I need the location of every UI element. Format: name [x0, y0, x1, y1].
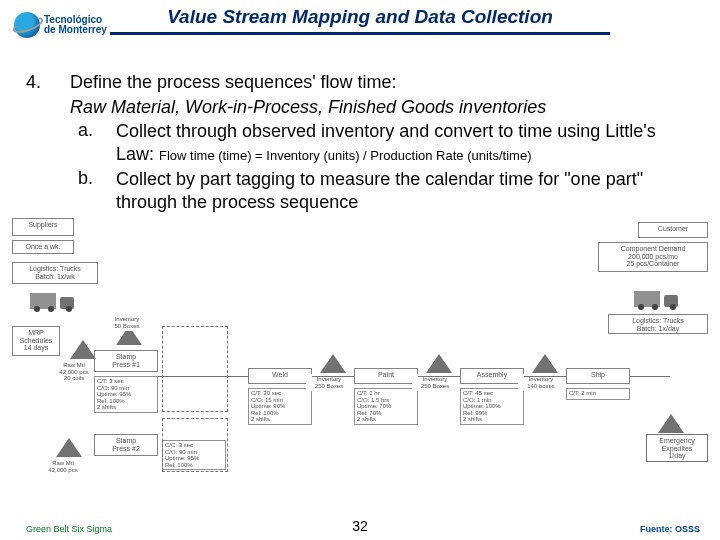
outbound-truck-icon: [634, 288, 678, 310]
paint-box: Paint: [354, 368, 418, 384]
supplier-ship-box: Once a wk.: [12, 240, 74, 254]
weld-box: Weld: [248, 368, 312, 384]
suppliers-box: Suppliers: [12, 218, 74, 236]
page-number: 32: [0, 518, 720, 534]
ship-data: C/T: 2 min: [566, 388, 630, 400]
vsm-diagram: Suppliers Once a wk. Logistics: Trucks B…: [12, 218, 708, 488]
arrow-icon: [418, 376, 460, 377]
item-a-label: a.: [78, 120, 100, 166]
title-underline: [110, 32, 610, 35]
logistics-in-box: Logistics: Trucks Batch: 1x/wk: [12, 262, 98, 284]
list-subtitle: Raw Material, Work-in-Process, Finished …: [70, 97, 694, 118]
weld-data: C/T: 30 sec C/O: 15 min Uptime: 90% Rel:…: [248, 388, 312, 425]
slide-footer: Green Belt Six Sigma 32 Fuente: OSSS: [0, 516, 720, 534]
paint-data: C/T: 1 hr C/O: 1.5 hrs Uptime: 70% Rel: …: [354, 388, 418, 425]
main-content: 4. Define the process sequences' flow ti…: [0, 54, 720, 216]
logistics-out-box: Logistics: Trucks Batch: 1x/day: [608, 314, 708, 334]
institution-logo: Tecnológico de Monterrey: [14, 12, 107, 38]
littles-law-formula: Flow time (time) = Inventory (units) / P…: [159, 148, 531, 163]
arrow-icon: [630, 376, 670, 377]
footer-source: Fuente: OSSS: [640, 524, 700, 534]
dash-box2-icon: [162, 418, 228, 472]
arrow-icon: [158, 376, 248, 377]
logo-globe-icon: [14, 12, 40, 38]
customer-box: Customer: [638, 222, 708, 238]
page-title: Value Stream Mapping and Data Collection: [167, 6, 553, 30]
mrp-box: MRP Schedules 14 days: [12, 326, 60, 356]
raw2-label: Raw Mtl 42,000 pcs: [40, 458, 86, 480]
stamp-box: Stamp Press #1: [94, 350, 158, 372]
inv1-label: Inventory 50 Boxes: [102, 314, 152, 331]
stamp2-box: Stamp Press #2: [94, 434, 158, 456]
slide-header: Tecnológico de Monterrey Value Stream Ma…: [0, 0, 720, 54]
list-heading: Define the process sequences' flow time:: [70, 72, 694, 93]
item-b-text: Collect by part tagging to measure the c…: [116, 168, 694, 214]
list-number: 4.: [26, 72, 50, 216]
raw1-label: Raw Mtl 42,000 pcs 20 coils: [54, 360, 94, 388]
assembly-box: Assembly: [460, 368, 524, 384]
customer-detail-box: Component Demand 200,000 pcs/mo 25 pcs/C…: [598, 242, 708, 272]
item-a-text: Collect through observed inventory and c…: [116, 120, 694, 166]
arrow-icon: [312, 376, 354, 377]
logo-text: Tecnológico de Monterrey: [44, 15, 107, 36]
inbound-truck-icon: [30, 290, 74, 312]
ship-box: Ship: [566, 368, 630, 384]
assembly-data: C/T: 45 sec C/O: 1 min Uptime: 100% Rel:…: [460, 388, 524, 425]
arrow-icon: [524, 376, 566, 377]
title-block: Value Stream Mapping and Data Collection: [14, 6, 706, 35]
emergency-box: Emergency Expedites 1/day: [646, 434, 708, 462]
dash-box1-icon: [162, 326, 228, 412]
stamp-data: C/T: 3 sec C/O: 90 min Uptime: 95% Rel: …: [94, 376, 158, 413]
item-b-label: b.: [78, 168, 100, 214]
